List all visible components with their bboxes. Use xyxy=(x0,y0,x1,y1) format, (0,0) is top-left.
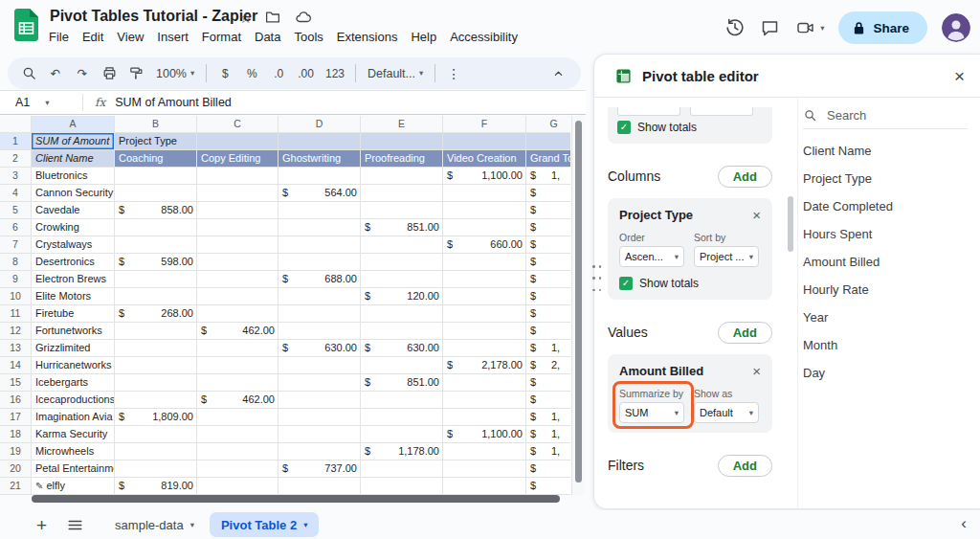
cell-amount[interactable] xyxy=(361,409,443,426)
cell-amount[interactable] xyxy=(115,323,197,340)
cell-amount[interactable] xyxy=(197,271,278,288)
row-header-8[interactable]: 8 xyxy=(0,254,32,271)
cell-grand-total[interactable]: $ xyxy=(526,478,570,495)
add-columns-button[interactable]: Add xyxy=(718,166,772,188)
cell-amount[interactable] xyxy=(361,460,443,478)
cell-amount[interactable] xyxy=(443,219,526,236)
undo-icon[interactable]: ↶ xyxy=(43,61,68,86)
format-percent-button[interactable]: % xyxy=(239,61,264,86)
menu-tools[interactable]: Tools xyxy=(287,28,329,46)
menu-view[interactable]: View xyxy=(110,28,150,46)
pivot-column-header[interactable]: Grand Total xyxy=(526,150,570,168)
cell-amount[interactable] xyxy=(115,288,197,305)
cell-grand-total[interactable]: $ xyxy=(526,236,570,254)
remove-icon[interactable]: × xyxy=(752,208,761,222)
menu-data[interactable]: Data xyxy=(248,28,287,46)
video-call-menu[interactable]: ▾ xyxy=(794,18,824,37)
row-header-1[interactable]: 1 xyxy=(0,133,32,150)
cell-amount[interactable]: $1,809.00 xyxy=(115,409,197,426)
cell-amount[interactable] xyxy=(443,409,526,426)
cell-amount[interactable] xyxy=(197,202,278,219)
cell-amount[interactable] xyxy=(278,374,361,392)
cell-grand-total[interactable]: $1, xyxy=(526,443,570,460)
cell-amount[interactable] xyxy=(361,185,443,202)
spreadsheet-grid[interactable]: ABCDEFG 1SUM of AmountProject Type2Clien… xyxy=(0,116,570,495)
cell-amount[interactable] xyxy=(115,392,197,409)
cell-amount[interactable] xyxy=(115,271,197,288)
cell-client-name[interactable]: Icebergarts xyxy=(32,374,115,392)
document-title[interactable]: Pivot Tables Tutorial - Zapier xyxy=(50,8,257,25)
cell[interactable] xyxy=(197,133,278,150)
cell-amount[interactable] xyxy=(361,478,443,495)
cell-amount[interactable] xyxy=(278,478,361,495)
cell-grand-total[interactable]: $ xyxy=(526,254,570,271)
cell-amount[interactable]: $462.00 xyxy=(197,392,278,409)
show-as-select[interactable]: Default▾ xyxy=(694,402,759,423)
row-header-16[interactable]: 16 xyxy=(0,392,32,409)
cell-amount[interactable]: $630.00 xyxy=(278,340,361,357)
cell-grand-total[interactable]: $ xyxy=(526,460,570,478)
field-hourly-rate[interactable]: Hourly Rate xyxy=(803,276,968,303)
cell-amount[interactable] xyxy=(361,168,443,185)
row-header-15[interactable]: 15 xyxy=(0,374,32,392)
cell-amount[interactable] xyxy=(278,219,361,236)
cell-amount[interactable] xyxy=(197,305,278,323)
format-currency-button[interactable]: $ xyxy=(212,61,237,86)
cell[interactable] xyxy=(278,133,361,150)
cell-amount[interactable] xyxy=(443,271,526,288)
cell-amount[interactable] xyxy=(278,288,361,305)
sortby-select[interactable]: Project ...▾ xyxy=(694,246,759,267)
cell-A1-pivot-title[interactable]: SUM of Amount xyxy=(32,133,115,150)
field-month[interactable]: Month xyxy=(803,331,968,359)
cell-client-name[interactable]: Bluetronics xyxy=(32,168,115,185)
cell-amount[interactable]: $630.00 xyxy=(361,340,443,357)
row-header-2[interactable]: 2 xyxy=(0,150,32,168)
cell-amount[interactable] xyxy=(361,323,443,340)
grid-corner[interactable] xyxy=(0,116,32,133)
cell-amount[interactable] xyxy=(278,168,361,185)
cell-amount[interactable] xyxy=(443,392,526,409)
cell-amount[interactable] xyxy=(197,426,278,443)
cell-grand-total[interactable]: $1, xyxy=(526,168,570,185)
cell-amount[interactable] xyxy=(197,478,278,495)
cell-amount[interactable] xyxy=(361,236,443,254)
cell-amount[interactable] xyxy=(278,305,361,323)
comments-icon[interactable] xyxy=(760,18,780,38)
add-filters-button[interactable]: Add xyxy=(718,455,772,477)
cell-grand-total[interactable]: $ xyxy=(526,288,570,305)
cell-amount[interactable] xyxy=(443,478,526,495)
row-header-6[interactable]: 6 xyxy=(0,219,32,236)
cell-grand-total[interactable]: $ xyxy=(526,323,570,340)
scrollbar-thumb[interactable] xyxy=(575,121,582,483)
cell-amount[interactable] xyxy=(278,254,361,271)
cell-amount[interactable] xyxy=(443,288,526,305)
cell-client-name[interactable]: Crowking xyxy=(32,219,115,236)
cell-amount[interactable] xyxy=(197,460,278,478)
add-values-button[interactable]: Add xyxy=(718,322,772,344)
row-header-9[interactable]: 9 xyxy=(0,271,32,288)
cell-amount[interactable] xyxy=(278,409,361,426)
sheet-tab-pivot-table-2[interactable]: Pivot Table 2 ▾ xyxy=(210,512,320,537)
cell-grand-total[interactable]: $ xyxy=(526,305,570,323)
cell-amount[interactable]: $462.00 xyxy=(197,323,278,340)
field-search[interactable]: Search xyxy=(803,102,968,129)
cell-amount[interactable]: $2,178.00 xyxy=(443,357,526,374)
cell-amount[interactable] xyxy=(443,460,526,478)
cell-amount[interactable] xyxy=(197,254,278,271)
column-header-D[interactable]: D xyxy=(278,116,361,133)
move-folder-icon[interactable] xyxy=(264,9,281,26)
cell-amount[interactable] xyxy=(115,168,197,185)
more-options-icon[interactable]: ⋮ xyxy=(441,61,466,86)
cell-amount[interactable] xyxy=(115,357,197,374)
cell-amount[interactable]: $268.00 xyxy=(115,305,197,323)
row-header-13[interactable]: 13 xyxy=(0,340,32,357)
cell-amount[interactable] xyxy=(197,409,278,426)
version-history-icon[interactable] xyxy=(724,17,746,38)
cell-amount[interactable]: $819.00 xyxy=(115,478,197,495)
row-header-18[interactable]: 18 xyxy=(0,426,32,443)
cell-amount[interactable] xyxy=(443,374,526,392)
cell-grand-total[interactable]: $ xyxy=(526,185,570,202)
cell-amount[interactable] xyxy=(115,236,197,254)
menu-accessibility[interactable]: Accessibility xyxy=(443,28,524,46)
more-formats-button[interactable]: 123 xyxy=(321,61,349,86)
